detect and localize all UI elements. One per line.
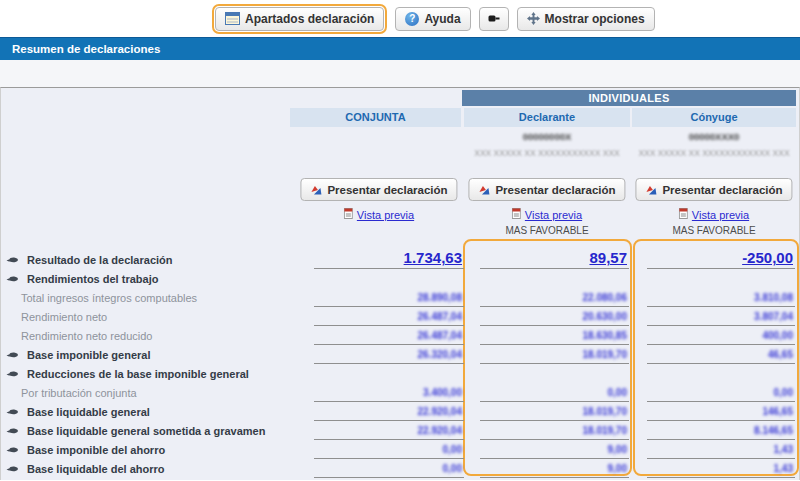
value-link[interactable]: 46,65 (768, 349, 793, 360)
column-header-declarante: Declarante (464, 108, 630, 127)
move-arrows-icon (527, 12, 540, 25)
value-link[interactable]: 400,00 (762, 330, 793, 341)
row-label: Base imponible general (27, 349, 150, 361)
value-link[interactable]: 26.320,04 (418, 349, 463, 360)
value-cell-conjunta[interactable]: 28.890,08 (314, 287, 464, 307)
value-link[interactable]: 22.080,06 (583, 292, 628, 303)
help-question-icon: ? (405, 12, 419, 26)
value-cell-conjunta[interactable]: 26.320,04 (314, 344, 464, 364)
row-marker-icon (6, 408, 20, 416)
value-cell-conyuge[interactable]: 3.810,08 (647, 287, 795, 307)
value-cell-declarante[interactable]: 0,00 (480, 382, 629, 402)
apartados-declaracion-button[interactable]: Apartados declaración (215, 7, 384, 31)
row-marker-icon (6, 275, 20, 283)
value-link[interactable]: 3.810,08 (754, 292, 793, 303)
value-link[interactable]: 1,43 (774, 444, 793, 455)
value-cell-declarante[interactable]: 20.630,00 (480, 306, 629, 326)
value-cell-conyuge[interactable]: 0,00 (647, 382, 795, 402)
value-link[interactable]: 1.734,63 (404, 249, 462, 266)
value-cell-declarante[interactable]: 22.080,06 (480, 287, 629, 307)
value-link[interactable]: 3.400,00 (423, 387, 462, 398)
value-link[interactable]: 1,43 (774, 463, 793, 474)
value-cell-conjunta[interactable]: 1.734,63 (314, 249, 464, 269)
value-cell-conyuge[interactable]: 1,43 (647, 458, 795, 478)
presentar-label: Presentar declaración (662, 184, 782, 196)
form-sections-icon (225, 12, 240, 25)
value-link[interactable]: 22.920,04 (418, 425, 463, 436)
value-link[interactable]: 9,00 (608, 444, 627, 455)
dark-marker-icon (488, 14, 500, 23)
value-link[interactable]: 18.019,70 (583, 406, 628, 417)
value-cell-conjunta[interactable]: 26.487,04 (314, 306, 464, 326)
value-link[interactable]: 8.146,65 (754, 425, 793, 436)
value-cell-conyuge[interactable]: 146,65 (647, 401, 795, 421)
value-link[interactable]: 0,00 (443, 463, 462, 474)
value-cell-conyuge[interactable]: 1,43 (647, 439, 795, 459)
value-cell-conyuge[interactable]: 400,00 (647, 325, 795, 345)
value-cell-conjunta[interactable]: 0,00 (314, 458, 464, 478)
mostrar-opciones-label: Mostrar opciones (545, 12, 645, 26)
value-link[interactable]: 0,00 (774, 387, 793, 398)
value-link[interactable]: 26.487,04 (418, 311, 463, 322)
value-link[interactable]: 20.630,00 (583, 311, 628, 322)
summary-row: Por tributación conjunta3.400,000,000,00 (1, 383, 799, 402)
vista-previa-conyuge-link[interactable]: Vista previa (679, 208, 749, 221)
presentar-declaracion-conjunta-button[interactable]: Presentar declaración (300, 178, 457, 201)
row-label: Base liquidable general sometida a grava… (27, 425, 265, 437)
summary-rows: Resultado de la declaración1.734,6389,57… (1, 243, 799, 480)
individuales-group-header: INDIVIDUALES (462, 90, 796, 106)
spacer-band (0, 60, 800, 87)
value-cell-conjunta[interactable]: 22.920,04 (314, 420, 464, 440)
declarante-id-redacted: 00000000X (464, 131, 630, 142)
presentar-icon (310, 184, 322, 196)
small-tool-button[interactable] (479, 7, 509, 31)
ayuda-button[interactable]: ? Ayuda (395, 7, 470, 31)
value-cell-conjunta[interactable]: 3.400,00 (314, 382, 464, 402)
value-link[interactable]: 89,57 (589, 249, 627, 266)
value-cell-declarante[interactable]: 18.019,70 (480, 401, 629, 421)
value-link[interactable]: 0,00 (443, 444, 462, 455)
vista-previa-label: Vista previa (525, 209, 582, 221)
presentar-label: Presentar declaración (327, 184, 447, 196)
value-cell-declarante[interactable]: 18.019,70 (480, 344, 629, 364)
summary-row: Total ingresos íntegros computables28.89… (1, 288, 799, 307)
row-marker-icon (6, 256, 20, 264)
declarante-info-redacted: XXX XXXXX XX XXXXXXXXXXX XXX (464, 148, 630, 158)
vista-previa-declarante-link[interactable]: Vista previa (512, 208, 582, 221)
presentar-declaracion-declarante-button[interactable]: Presentar declaración (468, 178, 625, 201)
value-cell-conyuge[interactable]: 8.146,65 (647, 420, 795, 440)
value-link[interactable]: 146,65 (762, 406, 793, 417)
value-cell-declarante[interactable]: 18.019,70 (480, 420, 629, 440)
value-link[interactable]: 3.807,04 (754, 311, 793, 322)
value-cell-declarante[interactable]: 18.630,85 (480, 325, 629, 345)
value-cell-conjunta[interactable]: 22.920,04 (314, 401, 464, 421)
value-cell-declarante[interactable]: 9,00 (480, 458, 629, 478)
conyuge-id-redacted: 00000XXX0 (632, 131, 796, 142)
vista-previa-conjunta-link[interactable]: Vista previa (344, 208, 414, 221)
value-cell-declarante[interactable]: 9,00 (480, 439, 629, 459)
value-cell-conjunta[interactable]: 26.487,04 (314, 325, 464, 345)
vista-previa-label: Vista previa (357, 209, 414, 221)
value-link[interactable]: 22.920,04 (418, 406, 463, 417)
value-link[interactable]: 9,00 (608, 463, 627, 474)
row-marker-icon (6, 351, 20, 359)
value-link[interactable]: 18.019,70 (583, 425, 628, 436)
value-cell-conjunta[interactable]: 0,00 (314, 439, 464, 459)
presentar-declaracion-conyuge-button[interactable]: Presentar declaración (635, 178, 792, 201)
column-header-conjunta: CONJUNTA (290, 108, 461, 127)
row-label: Rendimientos del trabajo (27, 273, 158, 285)
row-marker-icon (6, 465, 20, 473)
value-link[interactable]: 0,00 (608, 387, 627, 398)
summary-row: Base liquidable general22.920,0418.019,7… (1, 402, 799, 421)
value-cell-declarante[interactable]: 89,57 (480, 249, 629, 269)
mostrar-opciones-button[interactable]: Mostrar opciones (517, 7, 655, 31)
value-link[interactable]: 18.630,85 (583, 330, 628, 341)
value-link[interactable]: 28.890,08 (418, 292, 463, 303)
value-cell-conyuge[interactable]: -250,00 (647, 249, 795, 269)
value-cell-conyuge[interactable]: 46,65 (647, 344, 795, 364)
value-link[interactable]: 26.487,04 (418, 330, 463, 341)
value-link[interactable]: 18.019,70 (583, 349, 628, 360)
value-cell-conyuge[interactable]: 3.807,04 (647, 306, 795, 326)
value-link[interactable]: -250,00 (742, 249, 793, 266)
row-label: Por tributación conjunta (21, 387, 137, 399)
